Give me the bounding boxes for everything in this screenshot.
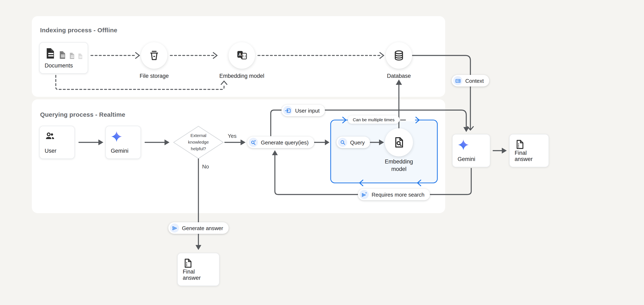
document-icon xyxy=(514,139,525,150)
svg-text:0,1: 0,1 xyxy=(242,55,246,58)
gemini-2-label: Gemini xyxy=(458,156,475,162)
edge-embedding-database xyxy=(258,53,384,58)
final-answer-2-card: Final answer xyxy=(509,134,549,167)
embedding-model-label: Embedding model xyxy=(219,72,264,80)
context-pill: Context xyxy=(452,75,489,87)
documents-icon xyxy=(45,47,84,60)
doc-search-icon xyxy=(393,136,405,149)
database-icon xyxy=(393,50,405,61)
svg-text:A: A xyxy=(238,52,242,57)
file-storage-label: File storage xyxy=(140,72,169,80)
yes-label: Yes xyxy=(228,133,236,139)
edge-user-gemini xyxy=(78,139,103,145)
can-be-multiple-times-tag: Can be multiple times xyxy=(348,115,400,124)
generate-queries-label: Generate query(ies) xyxy=(261,139,308,145)
embedding-model-2-label: Embedding model xyxy=(385,158,413,173)
requires-more-search-label: Requires more search xyxy=(372,191,424,198)
search-spark-icon xyxy=(249,138,258,147)
user-input-pill: User input xyxy=(282,105,325,116)
edge-filestorage-embedding xyxy=(170,53,217,58)
edge-gemini2-finalanswer xyxy=(493,148,507,154)
no-label: No xyxy=(202,163,209,170)
embedding-model-2-node xyxy=(385,128,413,156)
gemini-star-icon xyxy=(458,139,469,151)
decision-text: External knowledge helpful? xyxy=(174,132,223,152)
gemini-label: Gemini xyxy=(111,148,128,154)
embedding-model-node: A 0,1 xyxy=(228,42,255,69)
querying-title: Querying process - Realtime xyxy=(40,111,125,118)
edge-gemini-diamond xyxy=(145,139,170,145)
edge-no xyxy=(196,158,201,250)
rag-architecture-diagram: Indexing process - Offline Querying proc… xyxy=(0,0,644,305)
send-spark-icon xyxy=(360,190,369,199)
edge-documents-filestorage xyxy=(91,53,139,58)
final-answer-2-label: Final answer xyxy=(514,150,544,162)
people-icon xyxy=(45,131,56,142)
final-answer-1-label: Final answer xyxy=(183,268,214,281)
document-icon xyxy=(183,258,194,268)
context-article-icon xyxy=(453,76,462,85)
generate-answer-pill: Generate answer xyxy=(168,222,228,234)
user-input-label: User input xyxy=(295,107,320,114)
send-icon xyxy=(170,223,179,233)
gemini-card: Gemini xyxy=(106,126,141,159)
gemini-star-icon xyxy=(111,131,122,142)
user-label: User xyxy=(45,148,56,154)
bucket-icon xyxy=(148,50,160,61)
user-card: User xyxy=(39,126,75,159)
documents-label: Documents xyxy=(45,63,73,69)
generate-queries-pill: Generate query(ies) xyxy=(247,137,314,148)
context-label: Context xyxy=(465,78,484,84)
edge-yes xyxy=(224,139,246,145)
query-label: Query xyxy=(350,139,365,145)
database-node xyxy=(386,42,412,69)
indexing-title: Indexing process - Offline xyxy=(40,27,118,34)
documents-card: Documents xyxy=(39,42,88,74)
edge-generatequeries-box xyxy=(313,139,330,145)
generate-answer-label: Generate answer xyxy=(182,225,223,231)
gemini-2-card: Gemini xyxy=(452,134,490,167)
loop-box xyxy=(331,120,437,183)
edge-database-gemini-context xyxy=(412,56,473,130)
final-answer-1-card: Final answer xyxy=(177,253,220,286)
query-pill: Query xyxy=(336,137,370,148)
translate-icon: A 0,1 xyxy=(236,50,248,61)
input-icon xyxy=(283,106,292,115)
search-icon xyxy=(338,138,347,147)
requires-more-search-pill: Requires more search xyxy=(358,189,430,200)
database-label: Database xyxy=(387,72,411,80)
file-storage-node xyxy=(141,42,168,69)
